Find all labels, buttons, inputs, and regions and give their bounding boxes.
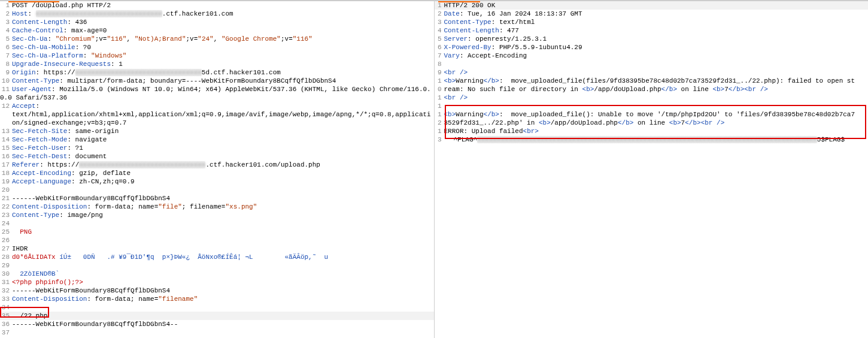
line-number: 27 <box>0 245 12 253</box>
request-editor[interactable]: 1POST /doUpload.php HTTP/22Host: xxxxxxx… <box>0 1 434 337</box>
request-line[interactable]: 1POST /doUpload.php HTTP/2 <box>0 1 434 10</box>
request-line[interactable]: 8Upgrade-Insecure-Requests: 1 <box>0 60 434 68</box>
request-line[interactable]: 18Accept-Encoding: gzip, deflate <box>0 169 434 177</box>
request-line[interactable]: 20 <box>0 186 434 194</box>
response-viewer[interactable]: 1HTTP/2 200 OK2Date: Tue, 16 Jan 2024 18… <box>435 1 869 144</box>
line-number: 28 <box>0 253 12 261</box>
line-number: 20 <box>0 186 12 194</box>
request-line[interactable]: 13Sec-Fetch-Site: same-origin <box>0 127 434 135</box>
line-number: 7 <box>0 52 12 60</box>
response-line[interactable]: 1HTTP/2 200 OK <box>435 1 869 10</box>
line-number: 31 <box>0 278 12 286</box>
request-line[interactable]: 35../22.php <box>0 312 434 320</box>
line-number: 8 <box>0 60 12 68</box>
line-number: 4 <box>0 26 12 35</box>
line-number: 33 <box>0 295 12 303</box>
request-line[interactable]: 32------WebKitFormBoundary8BCqffQflbDGbn… <box>0 286 434 295</box>
line-number: 24 <box>0 219 12 228</box>
request-line[interactable]: 25 PNG <box>0 228 434 236</box>
request-line[interactable]: 4Cache-Control: max-age=0 <box>0 26 434 35</box>
line-number: 35 <box>0 312 12 320</box>
line-number: 3 <box>435 18 444 26</box>
line-number: 23 <box>0 211 12 219</box>
line-number: 7 <box>435 52 444 60</box>
request-line[interactable]: 29 <box>0 261 434 270</box>
response-line[interactable]: 13ERROR: Upload failed<br>^FLAG^xxxxxxxx… <box>435 127 869 144</box>
line-number: 30 <box>0 270 12 278</box>
request-line[interactable]: 33Content-Disposition: form-data; name="… <box>0 295 434 303</box>
line-number: 34 <box>0 303 12 312</box>
request-line[interactable]: 16Sec-Fetch-Dest: document <box>0 152 434 161</box>
line-number: 9 <box>0 68 12 77</box>
active-tab-indicator-right <box>438 1 480 2</box>
request-line[interactable]: 22Content-Disposition: form-data; name="… <box>0 203 434 211</box>
line-number: 6 <box>0 43 12 52</box>
request-line[interactable]: 27IHDR <box>0 245 434 253</box>
response-line[interactable]: 9<br /> <box>435 68 869 77</box>
request-line[interactable]: 17Referer: https://xxxxxxxxxxxxxxxxxxxxx… <box>0 161 434 169</box>
request-line[interactable]: 30 2ZòIEND®B` <box>0 270 434 278</box>
response-line[interactable]: 5Server: openresty/1.25.3.1 <box>435 35 869 43</box>
request-line[interactable]: 9Origin: https://xxxxxxxxxxxxxxxxxxxxxxx… <box>0 68 434 77</box>
request-line[interactable]: 19Accept-Language: zh-CN,zh;q=0.9 <box>0 177 434 186</box>
line-number: 36 <box>0 320 12 328</box>
line-number: 13 <box>435 127 444 144</box>
line-number: 1 <box>0 1 12 10</box>
line-number: 10 <box>0 77 12 85</box>
request-line[interactable]: 10Content-Type: multipart/form-data; bou… <box>0 77 434 85</box>
request-line[interactable]: 7Sec-Ch-Ua-Platform: "Windows" <box>0 52 434 60</box>
line-number: 14 <box>0 135 12 144</box>
line-number: 8 <box>435 60 444 68</box>
request-line[interactable]: 26 <box>0 236 434 245</box>
request-line[interactable]: 28d0*6ÅLIDATx íÚ± 0DÑ .# ¥9¯ÐìD'¶q p×}ÞW… <box>0 253 434 261</box>
line-number: 19 <box>0 177 12 186</box>
request-line[interactable]: 12Accept:text/html,application/xhtml+xml… <box>0 102 434 127</box>
line-number: 6 <box>435 43 444 52</box>
response-line[interactable]: 6X-Powered-By: PHP/5.5.9-1ubuntu4.29 <box>435 43 869 52</box>
line-number: 13 <box>0 127 12 135</box>
request-line[interactable]: 37 <box>0 328 434 337</box>
request-line[interactable]: 15Sec-Fetch-User: ?1 <box>0 144 434 152</box>
request-line[interactable]: 31<?php phpinfo();?> <box>0 278 434 286</box>
response-line[interactable]: 10<b>Warning</b>: move_uploaded_file(fil… <box>435 77 869 93</box>
request-line[interactable]: 14Sec-Fetch-Mode: navigate <box>0 135 434 144</box>
request-line[interactable]: 23Content-Type: image/png <box>0 211 434 219</box>
line-number: 25 <box>0 228 12 236</box>
line-number: 3 <box>0 18 12 26</box>
line-number: 26 <box>0 236 12 245</box>
response-line[interactable]: 4Content-Length: 477 <box>435 26 869 35</box>
line-number: 2 <box>435 10 444 18</box>
request-line[interactable]: 24 <box>0 219 434 228</box>
line-number: 18 <box>0 169 12 177</box>
response-line[interactable]: 11<br /> <box>435 93 869 110</box>
line-number: 12 <box>0 102 12 110</box>
response-line[interactable]: 7Vary: Accept-Encoding <box>435 52 869 60</box>
request-line[interactable]: 6Sec-Ch-Ua-Mobile: ?0 <box>0 43 434 52</box>
response-pane: 1HTTP/2 200 OK2Date: Tue, 16 Jan 2024 18… <box>435 0 869 338</box>
request-pane: 1POST /doUpload.php HTTP/22Host: xxxxxxx… <box>0 0 435 338</box>
line-number: 21 <box>0 194 12 203</box>
line-number: 37 <box>0 328 12 337</box>
request-line[interactable]: 36------WebKitFormBoundary8BCqffQflbDGbn… <box>0 320 434 328</box>
request-line[interactable]: 11User-Agent: Mozilla/5.0 (Windows NT 10… <box>0 85 434 102</box>
line-number: 32 <box>0 286 12 295</box>
line-number: 17 <box>0 161 12 169</box>
request-line[interactable]: 2Host: xxxxxxxxxxxxxxxxxxxxxxxxxxxxxxxx.… <box>0 10 434 18</box>
active-tab-indicator <box>8 1 59 2</box>
line-number: 5 <box>435 35 444 43</box>
request-line[interactable]: 21------WebKitFormBoundary8BCqffQflbDGbn… <box>0 194 434 203</box>
request-line[interactable]: 34 <box>0 303 434 312</box>
response-line[interactable]: 3Content-Type: text/html <box>435 18 869 26</box>
line-number: 16 <box>0 152 12 161</box>
line-number: 9 <box>435 68 444 77</box>
line-number: 1 <box>435 1 444 10</box>
request-line[interactable]: 5Sec-Ch-Ua: "Chromium";v="116", "Not)A;B… <box>0 35 434 43</box>
line-number: 4 <box>435 26 444 35</box>
request-line[interactable]: 3Content-Length: 436 <box>0 18 434 26</box>
line-number: 12 <box>435 110 444 127</box>
line-number: 10 <box>435 77 444 93</box>
line-number: 22 <box>0 203 12 211</box>
response-line[interactable]: 2Date: Tue, 16 Jan 2024 18:13:37 GMT <box>435 10 869 18</box>
response-line[interactable]: 8 <box>435 60 869 68</box>
response-line[interactable]: 12<b>Warning</b>: move_uploaded_file(): … <box>435 110 869 127</box>
